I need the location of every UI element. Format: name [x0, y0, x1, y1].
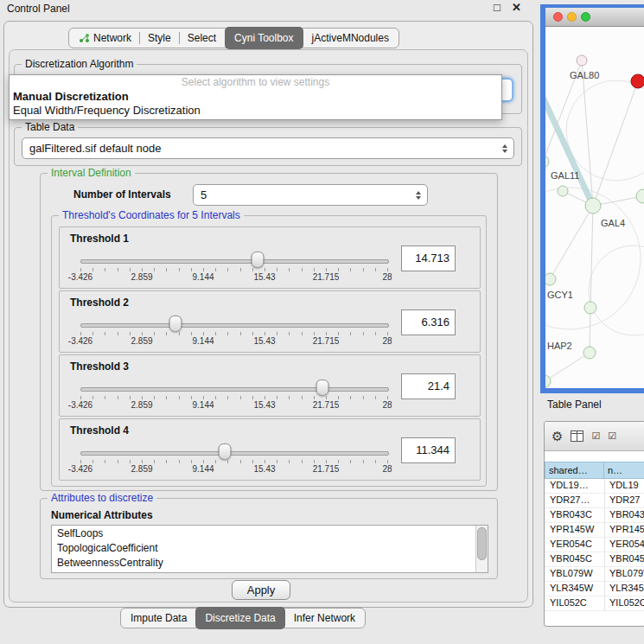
slider-thumb[interactable] [169, 316, 182, 332]
algorithm-dropdown-popup: Select algorithm to view settings Manual… [9, 74, 502, 120]
table-row[interactable]: YLR345WYLR345W [545, 582, 644, 596]
scale-label: 9.144 [192, 464, 214, 474]
network-node[interactable] [636, 189, 644, 203]
list-item[interactable]: SelfLoops [52, 526, 488, 540]
apply-button[interactable]: Apply [232, 580, 290, 600]
threshold-slider[interactable] [80, 443, 387, 459]
threshold-value-field[interactable]: 21.4 [401, 373, 456, 399]
scale-label: 28 [382, 400, 392, 410]
list-item[interactable]: BetweennessCentrality [52, 555, 488, 570]
columns-icon[interactable] [571, 430, 583, 442]
cell[interactable]: YBR045C [604, 552, 644, 566]
table-data-combobox[interactable]: galFiltered.sif default node [22, 137, 514, 159]
tab-select[interactable]: Select [180, 29, 224, 47]
threshold-slider[interactable] [80, 316, 387, 331]
threshold-panel: Threshold 1 -3.426 2.859 9.144 15.43 21.… [59, 226, 481, 289]
slider-thumb[interactable] [316, 379, 329, 396]
slider-thumb[interactable] [251, 252, 264, 268]
cell[interactable]: YBL079W [545, 567, 604, 581]
threshold-slider[interactable] [80, 252, 387, 267]
network-canvas[interactable]: GAL80 GAL11 GAL4 GCY1 HAP2 [545, 27, 644, 388]
tab-discretize-data[interactable]: Discretize Data [195, 607, 284, 629]
cell[interactable]: YDL19 [604, 479, 644, 493]
stepper-icon[interactable] [411, 191, 427, 200]
network-node[interactable] [545, 375, 551, 387]
cell[interactable]: YLR345W [604, 582, 644, 596]
stepper-icon[interactable] [498, 144, 513, 153]
dropdown-option-equal-width[interactable]: Equal Width/Frequency Discretization [10, 104, 501, 118]
table-row[interactable]: YPR145WYPR145W [545, 523, 644, 538]
column-header-shared-name[interactable]: shared… [545, 462, 604, 479]
attributes-list[interactable]: SelfLoops TopologicalCoefficient Between… [51, 525, 488, 573]
network-node[interactable] [558, 186, 568, 196]
cell[interactable]: YDL19… [545, 479, 604, 493]
node-label-gal4: GAL4 [601, 218, 625, 228]
table-row[interactable]: YBR045CYBR045C [545, 552, 644, 567]
table-row[interactable]: YIL052CYIL052C [545, 596, 644, 611]
checkbox-checked-icon[interactable]: ☑ [591, 431, 600, 441]
list-scrollbar[interactable] [475, 526, 488, 572]
network-window-titlebar[interactable] [545, 8, 644, 27]
scrollbar-thumb[interactable] [477, 527, 487, 560]
cell[interactable]: YBR045C [545, 552, 604, 566]
threshold-value-field[interactable]: 14.713 [401, 245, 456, 271]
cell[interactable]: YDR27… [545, 494, 604, 507]
tab-cyni-toolbox[interactable]: Cyni Toolbox [225, 27, 303, 49]
table-row[interactable]: YDL19…YDL19 [545, 479, 644, 494]
cell[interactable]: YER054C [604, 538, 644, 552]
cell[interactable]: YIL052C [545, 596, 604, 610]
slider-thumb[interactable] [218, 443, 231, 460]
tab-infer-network[interactable]: Infer Network [286, 609, 363, 627]
number-of-intervals-combobox[interactable]: 5 [193, 184, 428, 206]
network-node-gal4[interactable] [585, 198, 601, 214]
tab-network[interactable]: Network [71, 29, 139, 47]
column-header-name[interactable]: n… [604, 462, 644, 479]
cell[interactable]: YPR145W [604, 523, 644, 537]
table-row[interactable]: YER054CYER054C [545, 538, 644, 552]
close-window-icon[interactable] [553, 12, 563, 22]
threshold-label: Threshold 3 [70, 360, 129, 373]
dropdown-option-manual[interactable]: Manual Discretization [10, 90, 501, 104]
zoom-window-icon[interactable] [581, 12, 590, 22]
float-window-icon[interactable]: □ [494, 1, 501, 14]
network-node[interactable] [577, 55, 587, 66]
cell[interactable]: YER054C [545, 538, 604, 552]
table-row[interactable]: YDR27…YDR27 [545, 494, 644, 508]
cell[interactable]: YPR145W [545, 523, 604, 537]
network-node[interactable] [584, 302, 596, 314]
network-node-selected-red[interactable] [631, 74, 644, 88]
slider-track[interactable] [80, 323, 389, 328]
network-view-window: GAL80 GAL11 GAL4 GCY1 HAP2 [540, 4, 644, 393]
slider-track[interactable] [80, 387, 389, 392]
cell[interactable]: YDR27 [604, 494, 644, 507]
threshold-value-field[interactable]: 6.316 [401, 309, 456, 335]
network-node-hap2[interactable] [583, 347, 596, 359]
table-row[interactable]: YBL079WYBL079W [545, 567, 644, 582]
tab-impute-data[interactable]: Impute Data [123, 609, 194, 627]
cell[interactable]: YBL079W [604, 567, 644, 581]
cell[interactable]: YBR043C [604, 508, 644, 522]
cell[interactable]: YLR345W [545, 582, 604, 596]
scale-label: 2.859 [131, 400, 152, 410]
minimize-window-icon[interactable] [567, 12, 577, 22]
threshold-slider[interactable] [80, 379, 387, 395]
gear-icon[interactable]: ⚙ [552, 430, 563, 443]
slider-track[interactable] [80, 259, 389, 264]
cell[interactable]: YIL052C [604, 596, 644, 610]
tab-label: Select [188, 32, 216, 44]
node-label-gal80: GAL80 [570, 70, 599, 80]
tab-style[interactable]: Style [140, 29, 179, 47]
network-node-gcy1[interactable] [545, 273, 556, 285]
checkbox-checked-icon[interactable]: ☑ [608, 431, 616, 441]
slider-track[interactable] [80, 451, 389, 456]
threshold-value-field[interactable]: 11.344 [401, 437, 456, 463]
table-row[interactable]: YBR043CYBR043C [545, 508, 644, 523]
network-node[interactable] [545, 156, 549, 168]
list-item[interactable]: TopologicalCoefficient [52, 540, 488, 555]
thresholds-group: Threshold's Coordinates for 5 Intervals … [51, 215, 487, 487]
cell[interactable]: YBR043C [545, 508, 604, 522]
threshold-panel: Threshold 4 -3.426 2.859 9.144 15.43 21.… [59, 418, 481, 481]
scale-label: -3.426 [68, 272, 92, 282]
close-icon[interactable]: ✕ [512, 1, 521, 14]
tab-jactivemnodules[interactable]: jActiveMNodules [304, 29, 397, 47]
